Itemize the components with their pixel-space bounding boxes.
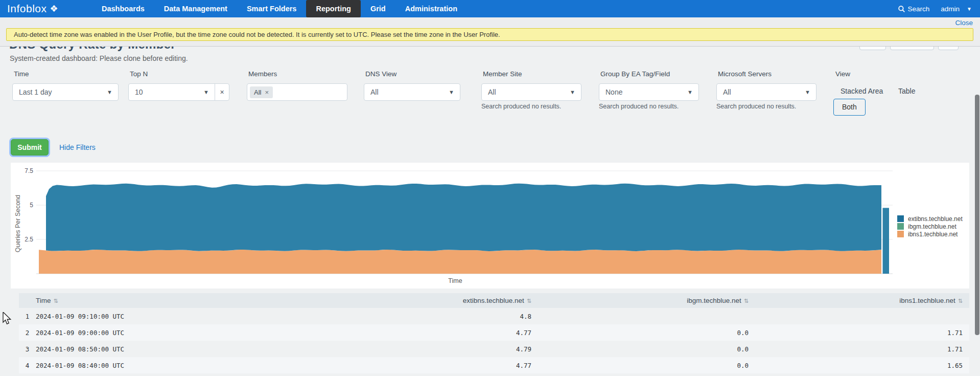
nav-item-data-management[interactable]: Data Management <box>154 0 237 17</box>
legend-item: ibgm.techblue.net <box>897 223 963 230</box>
msservers-filter-value: All <box>717 88 805 96</box>
table-body: 12024-01-09 09:10:00 UTC4.822024-01-09 0… <box>19 308 969 373</box>
row-number: 4 <box>19 362 36 369</box>
top-navbar: Infoblox ❖ DashboardsData ManagementSmar… <box>0 0 980 17</box>
hide-filters-link[interactable]: Hide Filters <box>59 143 96 151</box>
legend-label: extibns.techblue.net <box>908 215 963 223</box>
members-tag-all: All × <box>250 86 273 98</box>
cell-time: 2024-01-09 08:50:00 UTC <box>36 345 357 353</box>
user-menu[interactable]: admin ▼ <box>941 5 972 13</box>
members-tag-remove-icon[interactable]: × <box>265 89 269 96</box>
membersite-filter-dropdown[interactable]: All ▼ <box>481 83 581 101</box>
topn-clear-button[interactable]: × <box>215 88 229 96</box>
legend-swatch-icon <box>897 223 904 230</box>
groupby-no-results-note: Search produced no results. <box>599 103 679 110</box>
row-number: 3 <box>19 345 36 353</box>
chevron-down-icon: ▼ <box>687 89 698 95</box>
topn-filter-value: 10 <box>129 88 203 96</box>
chevron-down-icon: ▼ <box>967 6 972 12</box>
table-row[interactable]: 12024-01-09 09:10:00 UTC4.8 <box>19 308 969 324</box>
column-header-label: ibgm.techblue.net <box>687 297 741 304</box>
search-button[interactable]: Search <box>898 5 930 13</box>
table-row[interactable]: 32024-01-09 08:50:00 UTC4.790.01.71 <box>19 341 969 357</box>
view-option-table[interactable]: Table <box>898 87 915 95</box>
msservers-filter-label: Microsoft Servers <box>718 70 772 78</box>
legend-item: ibns1.techblue.net <box>897 231 963 237</box>
toolbar-button-3[interactable] <box>938 47 959 50</box>
view-option-both-selected[interactable]: Both <box>833 99 866 116</box>
table-row[interactable]: 42024-01-09 08:40:00 UTC4.770.01.65 <box>19 357 969 373</box>
stacked-area-chart[interactable]: 2.557.5 <box>11 163 969 292</box>
infoblox-logo[interactable]: Infoblox ❖ <box>0 0 92 17</box>
column-header-label: extibns.techblue.net <box>463 297 524 304</box>
sort-icon[interactable]: ⇅ <box>527 298 531 304</box>
topn-filter-dropdown[interactable]: 10 ▼ × <box>128 83 229 101</box>
infoblox-diamond-icon: ❖ <box>50 4 58 13</box>
nav-menu: DashboardsData ManagementSmart FoldersRe… <box>92 0 467 17</box>
vertical-scrollbar[interactable] <box>975 95 979 335</box>
legend-item: extibns.techblue.net <box>897 215 963 222</box>
x-axis-label: Time <box>11 277 900 284</box>
time-filter-value: Last 1 day <box>13 88 107 96</box>
table-row[interactable]: 22024-01-09 09:00:00 UTC4.770.01.71 <box>19 324 969 341</box>
column-header-time[interactable]: Time⇅ <box>36 297 357 304</box>
view-filter-label: View <box>835 70 850 78</box>
msservers-filter-dropdown[interactable]: All ▼ <box>716 83 816 101</box>
timezone-warning-banner: Auto-detect time zone was enabled in the… <box>6 28 973 41</box>
cell-time: 2024-01-09 09:00:00 UTC <box>36 329 357 337</box>
chevron-down-icon: ▼ <box>107 89 118 95</box>
groupby-filter-label: Group By EA Tag/Field <box>600 70 670 78</box>
view-option-stacked-area[interactable]: Stacked Area <box>841 87 883 95</box>
members-filter-label: Members <box>248 70 277 78</box>
sort-icon[interactable]: ⇅ <box>54 298 58 304</box>
groupby-filter-dropdown[interactable]: None ▼ <box>599 83 699 101</box>
nav-item-grid[interactable]: Grid <box>361 0 395 17</box>
nav-item-smart-folders[interactable]: Smart Folders <box>237 0 307 17</box>
cell-ibgm: 0.0 <box>531 329 749 337</box>
dnsview-filter-value: All <box>364 88 449 96</box>
column-header-ibgm[interactable]: ibgm.techblue.net⇅ <box>531 297 749 304</box>
close-banner-link[interactable]: Close <box>955 19 973 27</box>
cell-extibns: 4.77 <box>357 329 531 337</box>
dnsview-filter-dropdown[interactable]: All ▼ <box>364 83 460 101</box>
nav-item-reporting[interactable]: Reporting <box>306 0 360 17</box>
row-number: 2 <box>19 329 36 337</box>
cell-extibns: 4.79 <box>357 345 531 353</box>
time-filter-dropdown[interactable]: Last 1 day ▼ <box>12 83 119 101</box>
column-header-ibns1[interactable]: ibns1.techblue.net⇅ <box>749 297 969 304</box>
row-number: 1 <box>19 313 36 320</box>
membersite-filter-value: All <box>482 88 570 96</box>
sort-icon[interactable]: ⇅ <box>958 298 963 304</box>
column-header-extibns[interactable]: extibns.techblue.net⇅ <box>357 297 531 304</box>
y-tick-label: 5 <box>30 202 33 209</box>
cell-ibns1: 1.65 <box>749 362 969 369</box>
groupby-filter-value: None <box>599 88 687 96</box>
msservers-no-results-note: Search produced no results. <box>716 103 796 110</box>
legend-swatch-icon <box>897 231 904 237</box>
members-tag-label: All <box>254 89 261 96</box>
search-label: Search <box>908 5 930 13</box>
area-extibns <box>46 184 881 251</box>
cell-extibns: 4.77 <box>357 362 531 369</box>
chevron-down-icon: ▼ <box>805 89 816 95</box>
table-header-row: Time⇅extibns.techblue.net⇅ibgm.techblue.… <box>19 293 969 308</box>
cell-ibgm: 0.0 <box>531 345 749 353</box>
cell-time: 2024-01-09 08:40:00 UTC <box>36 362 357 369</box>
chart-canvas: 2.557.5 <box>11 163 900 290</box>
dns-query-rate-chart: 2.557.5 Queries Per Second Time extibns.… <box>11 163 969 289</box>
results-table: Time⇅extibns.techblue.net⇅ibgm.techblue.… <box>19 293 969 373</box>
membersite-no-results-note: Search produced no results. <box>481 103 561 110</box>
members-filter-input[interactable]: All × <box>247 83 347 101</box>
chart-legend: extibns.techblue.netibgm.techblue.netibn… <box>897 215 963 238</box>
submit-button[interactable]: Submit <box>11 139 49 156</box>
legend-label: ibns1.techblue.net <box>908 231 958 238</box>
column-header-label: ibns1.techblue.net <box>899 297 955 304</box>
nav-item-administration[interactable]: Administration <box>395 0 467 17</box>
cell-extibns: 4.8 <box>357 313 531 320</box>
sort-icon[interactable]: ⇅ <box>744 298 749 304</box>
page-title: DNS Query Rate by Member <box>9 47 176 52</box>
nav-item-dashboards[interactable]: Dashboards <box>92 0 154 17</box>
toolbar-button-1[interactable] <box>859 47 886 50</box>
chevron-down-icon: ▼ <box>570 89 581 95</box>
toolbar-button-2[interactable] <box>890 47 934 50</box>
